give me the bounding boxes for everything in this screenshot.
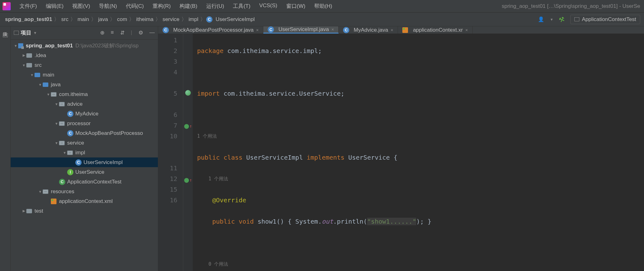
hide-icon[interactable]: — <box>149 29 155 36</box>
tree-row[interactable]: ▼resources <box>11 187 158 196</box>
override-icon[interactable]: ⬤ <box>184 177 189 183</box>
menu-item[interactable]: 文件(F) <box>15 3 41 10</box>
expand-toggle[interactable]: ▶ <box>21 53 26 57</box>
editor-tab[interactable]: CMyAdvice.java× <box>339 26 398 34</box>
view-mode-dropdown[interactable]: ▼ <box>33 31 37 35</box>
line-number: 4 <box>158 67 177 77</box>
tree-row[interactable]: CMyAdvice <box>11 109 158 119</box>
menu-item[interactable]: 重构(R) <box>148 3 175 10</box>
tree-row[interactable]: ▶test <box>11 206 158 216</box>
menu-item[interactable]: 编辑(E) <box>41 3 68 10</box>
line-number: 5 <box>158 88 177 99</box>
folder-icon <box>26 209 32 213</box>
tree-label: processor <box>67 120 91 127</box>
menu-item[interactable]: 导航(N) <box>94 3 121 10</box>
expand-toggle[interactable]: ▼ <box>38 190 43 194</box>
expand-toggle[interactable]: ▼ <box>54 102 59 106</box>
tree-row[interactable]: CMockAopBeanPostProcesso <box>11 128 158 138</box>
tree-row[interactable]: ▼service <box>11 138 158 148</box>
line-number: 2 <box>158 45 177 56</box>
expand-icon[interactable]: ≡ <box>111 29 114 36</box>
line-number <box>158 152 177 163</box>
project-tree: ▼ spring_aop_test01 D:\java2023破解\Spring… <box>11 40 158 271</box>
tree-row[interactable]: ▼main <box>11 70 158 80</box>
chevron-icon: 〉 <box>200 16 206 23</box>
run-config-selector[interactable]: ApplicationContextTest <box>570 15 640 24</box>
breadcrumb[interactable]: UserServiceImpl <box>214 16 256 23</box>
chevron-icon: 〉 <box>90 16 97 23</box>
menu-item[interactable]: 窗口(W) <box>282 3 310 10</box>
editor-tab[interactable]: applicationContext.xr× <box>398 26 473 34</box>
tree-row[interactable]: ▼java <box>11 80 158 89</box>
user-icon[interactable] <box>538 16 544 23</box>
breadcrumb[interactable]: spring_aop_test01 <box>4 16 53 23</box>
breadcrumb[interactable]: itheima <box>135 16 155 23</box>
menu-item[interactable]: 视图(V) <box>68 3 94 10</box>
spring-bean-icon[interactable] <box>185 90 191 96</box>
code-content[interactable]: package com.itheima.service.impl; import… <box>193 34 644 271</box>
tree-label: MyAdvice <box>75 111 99 117</box>
tree-row[interactable]: ▼impl <box>11 148 158 157</box>
close-tab-icon[interactable]: × <box>391 28 393 33</box>
chevron-icon: 〉 <box>53 16 60 23</box>
expand-toggle[interactable]: ▼ <box>54 141 59 145</box>
tree-root[interactable]: ▼ spring_aop_test01 D:\java2023破解\Spring… <box>11 41 158 50</box>
navigation-bar: spring_aop_test01〉src〉main〉java〉com〉ithe… <box>0 13 644 26</box>
close-tab-icon[interactable]: × <box>331 27 334 32</box>
breadcrumb[interactable]: main <box>76 16 90 23</box>
structure-tool-icon[interactable] <box>3 33 8 37</box>
tree-row[interactable]: ▶.idea <box>11 50 158 60</box>
breadcrumb[interactable]: src <box>60 16 70 23</box>
line-number: 1 <box>158 35 177 45</box>
override-icon[interactable]: ⬤ <box>184 123 189 129</box>
expand-toggle[interactable]: ▼ <box>21 63 26 67</box>
tree-row[interactable]: applicationContext.xml <box>11 196 158 206</box>
select-target-icon[interactable]: ⊕ <box>100 29 105 36</box>
folder-icon <box>67 151 73 155</box>
breadcrumb[interactable]: impl <box>187 16 200 23</box>
menu-item[interactable]: 运行(U) <box>202 3 229 10</box>
tree-row[interactable]: CUserServiceImpl <box>11 157 158 167</box>
menu-item[interactable]: 代码(C) <box>121 3 148 10</box>
menu-item[interactable]: VCS(S) <box>255 3 282 10</box>
expand-toggle[interactable]: ▼ <box>54 122 59 125</box>
close-tab-icon[interactable]: × <box>465 28 468 33</box>
breadcrumb[interactable]: com <box>116 16 128 23</box>
menu-bar: 文件(F)编辑(E)视图(V)导航(N)代码(C)重构(R)构建(B)运行(U)… <box>0 0 644 13</box>
tab-label: UserServiceImpl.java <box>278 26 329 33</box>
folder-icon <box>51 92 56 97</box>
editor-tab[interactable]: CMockAopBeanPostProcessor.java× <box>158 26 263 34</box>
tree-row[interactable]: ▼src <box>11 60 158 70</box>
tree-label: UserService <box>75 169 105 175</box>
close-tab-icon[interactable]: × <box>256 28 259 33</box>
editor-tab[interactable]: CUserServiceImpl.java× <box>263 26 339 34</box>
expand-toggle[interactable]: ▶ <box>21 209 26 213</box>
expand-toggle[interactable]: ▼ <box>38 83 43 87</box>
editor-tabs: CMockAopBeanPostProcessor.java×CUserServ… <box>158 26 644 34</box>
folder-icon <box>26 63 32 67</box>
menu-item[interactable]: 帮助(H) <box>310 3 337 10</box>
collapse-icon[interactable]: ⇵ <box>120 29 125 36</box>
menu-item[interactable]: 工具(T) <box>228 3 255 10</box>
tree-row[interactable]: ▼advice <box>11 99 158 109</box>
tree-row[interactable]: IUserService <box>11 167 158 177</box>
chevron-icon: 〉 <box>128 16 135 23</box>
settings-icon[interactable]: ⚙ <box>138 29 143 36</box>
tab-label: MockAopBeanPostProcessor.java <box>173 27 254 33</box>
build-icon[interactable]: ⚒ <box>558 15 566 24</box>
menu-item[interactable]: 构建(B) <box>175 3 202 10</box>
folder-icon <box>59 141 65 145</box>
tree-row[interactable]: ▼processor <box>11 119 158 128</box>
tree-row[interactable]: CApplicationContextTest <box>11 177 158 187</box>
expand-toggle[interactable]: ▼ <box>30 73 35 77</box>
line-number: 10 <box>158 131 177 141</box>
expand-toggle[interactable]: ▼ <box>46 93 51 96</box>
breadcrumb[interactable]: service <box>161 16 181 23</box>
class-icon: C <box>67 130 73 136</box>
run-config-label: ApplicationContextTest <box>582 16 636 23</box>
class-icon: C <box>75 159 82 166</box>
module-icon <box>18 43 23 48</box>
tree-row[interactable]: ▼com.itheima <box>11 89 158 99</box>
expand-toggle[interactable]: ▼ <box>62 151 67 155</box>
breadcrumb[interactable]: java <box>97 16 109 23</box>
